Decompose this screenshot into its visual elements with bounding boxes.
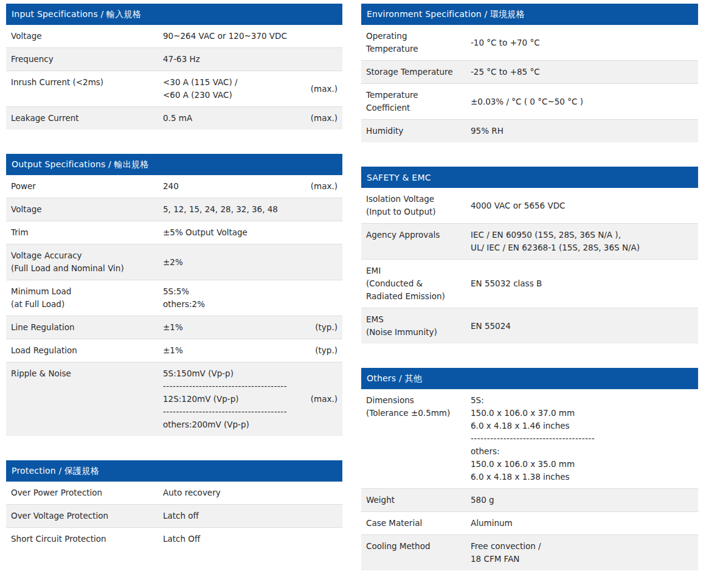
row-note bbox=[300, 221, 342, 244]
section-title: Others / 其他 bbox=[367, 373, 422, 384]
row-label: Short Circuit Protection bbox=[6, 528, 163, 551]
value-line: 4000 VAC or 5656 VDC bbox=[471, 199, 693, 212]
dashed-separator: -------------------------------------- bbox=[163, 380, 295, 393]
value-line: 5S:150mV (Vp-p) bbox=[163, 367, 295, 380]
value-line: 90~264 VAC or 120~370 VDC bbox=[163, 30, 295, 43]
label-line: Load Regulation bbox=[11, 344, 158, 357]
spec-row-power: Power240(max.) bbox=[6, 175, 342, 198]
spec-row-voltage: Voltage5, 12, 15, 24, 28, 32, 36, 48 bbox=[6, 198, 342, 221]
row-value: ±1% bbox=[163, 316, 300, 339]
row-label: Over Power Protection bbox=[6, 482, 163, 505]
row-label: OperatingTemperature bbox=[361, 25, 471, 61]
label-line: Dimensions bbox=[366, 394, 466, 407]
note-text: (max.) bbox=[311, 84, 337, 94]
label-line: Temperature bbox=[366, 89, 466, 102]
row-note bbox=[300, 244, 342, 280]
value-line: EN 55032 class B bbox=[471, 277, 693, 290]
value-line: 47-63 Hz bbox=[163, 53, 295, 66]
label-line: (Tolerance ±0.5mm) bbox=[366, 407, 466, 420]
row-value: Latch off bbox=[163, 505, 342, 528]
row-label: Ripple & Noise bbox=[6, 362, 163, 437]
label-line: (at Full Load) bbox=[11, 298, 158, 311]
row-value: EN 55032 class B bbox=[471, 260, 698, 308]
section-title: Protection / 保護規格 bbox=[12, 466, 99, 477]
value-line: Aluminum bbox=[471, 517, 693, 530]
row-value: Latch Off bbox=[163, 528, 342, 551]
spec-row-emi: EMI(Conducted &Radiated Emission)EN 5503… bbox=[361, 260, 698, 308]
row-label: Line Regulation bbox=[6, 316, 163, 339]
row-label: Cooling Method bbox=[361, 535, 471, 571]
row-note bbox=[300, 280, 342, 316]
value-line: <60 A (230 VAC) bbox=[163, 89, 295, 102]
row-label: Isolation Voltage(Input to Output) bbox=[361, 188, 471, 224]
label-line: Case Material bbox=[366, 517, 466, 530]
row-label: EMS(Noise Immunity) bbox=[361, 308, 471, 344]
row-note: (max.) bbox=[300, 362, 342, 437]
row-value: IEC / EN 60950 (15S, 28S, 36S N/A ),UL/ … bbox=[471, 224, 698, 260]
value-line: Latch Off bbox=[163, 533, 337, 545]
spec-row-voltage: Voltage90~264 VAC or 120~370 VDC bbox=[6, 25, 342, 48]
label-line: Cooling Method bbox=[366, 540, 466, 553]
label-line: Agency Approvals bbox=[366, 229, 466, 241]
spec-row-inrush-current-2ms: Inrush Current (<2ms)<30 A (115 VAC) /<6… bbox=[6, 71, 342, 107]
value-line: others:2% bbox=[163, 298, 295, 311]
value-line: Auto recovery bbox=[163, 486, 337, 499]
spec-row-minimum-load: Minimum Load(at Full Load)5S:5%others:2% bbox=[6, 280, 342, 316]
row-label: Humidity bbox=[361, 120, 471, 143]
spec-table: Power240(max.)Voltage5, 12, 15, 24, 28, … bbox=[6, 175, 342, 436]
spec-table: Voltage90~264 VAC or 120~370 VDCFrequenc… bbox=[6, 25, 342, 130]
spec-table: Dimensions(Tolerance ±0.5mm)5S:150.0 x 1… bbox=[361, 389, 698, 570]
row-label: Inrush Current (<2ms) bbox=[6, 71, 163, 107]
value-line: 95% RH bbox=[471, 125, 693, 137]
spec-table: Isolation Voltage(Input to Output)4000 V… bbox=[361, 188, 698, 344]
row-value: EN 55024 bbox=[471, 308, 698, 344]
section-input-specifications: Input Specifications / 輸入規格Voltage90~264… bbox=[6, 4, 342, 130]
section-header: SAFETY & EMC bbox=[361, 167, 698, 188]
row-label: Voltage bbox=[6, 25, 163, 48]
row-note bbox=[300, 198, 342, 221]
spec-row-short-circuit-protection: Short Circuit ProtectionLatch Off bbox=[6, 528, 342, 551]
value-line: ±2% bbox=[163, 256, 295, 269]
label-line: Radiated Emission) bbox=[366, 290, 466, 303]
value-line: 240 bbox=[163, 180, 295, 193]
row-value: 240 bbox=[163, 175, 300, 198]
value-line: 150.0 x 106.0 x 35.0 mm bbox=[471, 458, 693, 471]
spec-table: Over Power ProtectionAuto recoveryOver V… bbox=[6, 482, 342, 550]
row-label: Leakage Current bbox=[6, 107, 163, 130]
value-line: <30 A (115 VAC) / bbox=[163, 76, 295, 89]
label-line: (Conducted & bbox=[366, 277, 466, 290]
row-value: 90~264 VAC or 120~370 VDC bbox=[163, 25, 300, 48]
row-value: 0.5 mA bbox=[163, 107, 300, 130]
label-line: Operating bbox=[366, 30, 466, 43]
section-title: Environment Specification / 環境規格 bbox=[367, 9, 525, 20]
label-line: Over Voltage Protection bbox=[11, 510, 158, 522]
value-line: 12S:120mV (Vp-p) bbox=[163, 393, 295, 406]
label-line: Leakage Current bbox=[11, 112, 158, 125]
row-label: Over Voltage Protection bbox=[6, 505, 163, 528]
value-line: ±1% bbox=[163, 344, 295, 357]
spec-row-trim: Trim±5% Output Voltage bbox=[6, 221, 342, 244]
spec-row-storage-temperature: Storage Temperature-25 °C to +85 °C bbox=[361, 61, 698, 84]
value-line: others: bbox=[471, 445, 693, 458]
value-line: 580 g bbox=[471, 494, 693, 507]
row-note: (typ.) bbox=[300, 316, 342, 339]
value-line: Free convection / bbox=[471, 540, 693, 553]
row-label: Minimum Load(at Full Load) bbox=[6, 280, 163, 316]
value-line: Latch off bbox=[163, 510, 337, 522]
label-line: Line Regulation bbox=[11, 321, 158, 334]
label-line: Storage Temperature bbox=[366, 66, 466, 78]
row-label: Power bbox=[6, 175, 163, 198]
label-line: Isolation Voltage bbox=[366, 193, 466, 206]
note-text: (max.) bbox=[311, 113, 337, 123]
dashed-separator: -------------------------------------- bbox=[471, 432, 693, 445]
value-line: IEC / EN 60950 (15S, 28S, 36S N/A ), bbox=[471, 229, 693, 241]
spec-row-load-regulation: Load Regulation±1%(typ.) bbox=[6, 339, 342, 362]
row-value: ±2% bbox=[163, 244, 300, 280]
section-title: Output Specifications / 輸出規格 bbox=[12, 159, 148, 170]
spec-table: OperatingTemperature-10 °C to +70 °CStor… bbox=[361, 25, 698, 142]
value-line: 6.0 x 4.18 x 1.46 inches bbox=[471, 420, 693, 432]
row-value: 95% RH bbox=[471, 120, 698, 143]
label-line: Temperature bbox=[366, 43, 466, 55]
note-text: (typ.) bbox=[315, 322, 337, 332]
row-value: 5, 12, 15, 24, 28, 32, 36, 48 bbox=[163, 198, 300, 221]
